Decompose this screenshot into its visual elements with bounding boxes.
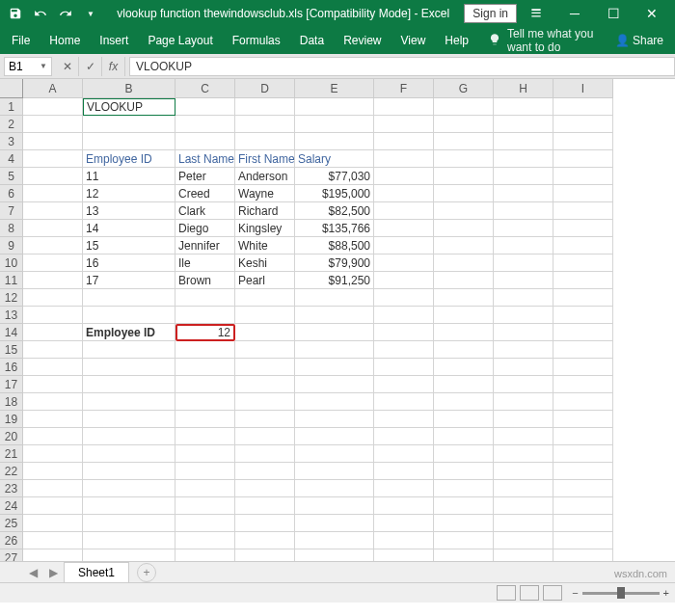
cell-I23[interactable] [554, 480, 613, 497]
cell-A2[interactable] [23, 116, 83, 133]
cell-I25[interactable] [554, 515, 613, 532]
cell-E23[interactable] [295, 480, 374, 497]
cell-H14[interactable] [494, 324, 554, 341]
cell-C13[interactable] [176, 307, 235, 324]
cell-D5[interactable]: Anderson [235, 168, 295, 185]
sheet-nav-next-icon[interactable]: ▶ [43, 566, 64, 579]
row-header-13[interactable]: 13 [0, 307, 23, 324]
cell-G16[interactable] [434, 359, 494, 376]
cell-E17[interactable] [295, 376, 374, 393]
cell-D22[interactable] [235, 463, 295, 480]
cell-E10[interactable]: $79,900 [295, 254, 374, 272]
cell-C16[interactable] [176, 359, 235, 376]
row-header-9[interactable]: 9 [0, 237, 23, 254]
cell-H8[interactable] [494, 220, 554, 237]
cell-B4[interactable]: Employee ID [83, 150, 176, 168]
cell-D6[interactable]: Wayne [235, 185, 295, 202]
cell-H6[interactable] [494, 185, 554, 202]
cell-E24[interactable] [295, 497, 374, 515]
cell-H19[interactable] [494, 411, 554, 428]
column-header-I[interactable]: I [554, 79, 613, 98]
cell-D15[interactable] [235, 341, 295, 359]
cell-E8[interactable]: $135,766 [295, 220, 374, 237]
cell-A13[interactable] [23, 307, 83, 324]
cell-E9[interactable]: $88,500 [295, 237, 374, 254]
cell-A18[interactable] [23, 393, 83, 411]
cell-B10[interactable]: 16 [83, 254, 176, 272]
cell-C1[interactable] [176, 98, 235, 116]
cell-G6[interactable] [434, 185, 494, 202]
cell-G25[interactable] [434, 515, 494, 532]
cell-B3[interactable] [83, 133, 176, 150]
cell-C14[interactable]: 12 [176, 324, 235, 341]
cell-E20[interactable] [295, 428, 374, 445]
cell-I6[interactable] [554, 185, 613, 202]
cell-A4[interactable] [23, 150, 83, 168]
row-header-4[interactable]: 4 [0, 150, 23, 168]
cell-I14[interactable] [554, 324, 613, 341]
cell-I13[interactable] [554, 307, 613, 324]
cell-B26[interactable] [83, 532, 176, 549]
cell-H13[interactable] [494, 307, 554, 324]
cell-C5[interactable]: Peter [176, 168, 235, 185]
chevron-down-icon[interactable]: ▼ [40, 62, 47, 70]
cell-D7[interactable]: Richard [235, 202, 295, 220]
sign-in-button[interactable]: Sign in [464, 4, 517, 23]
cell-G5[interactable] [434, 168, 494, 185]
cell-E6[interactable]: $195,000 [295, 185, 374, 202]
page-layout-view-icon[interactable] [520, 585, 539, 601]
cell-F25[interactable] [374, 515, 434, 532]
cell-E5[interactable]: $77,030 [295, 168, 374, 185]
cell-C6[interactable]: Creed [176, 185, 235, 202]
zoom-out-icon[interactable]: − [572, 587, 578, 599]
cell-B14[interactable]: Employee ID [83, 324, 176, 341]
cell-C7[interactable]: Clark [176, 202, 235, 220]
cell-F17[interactable] [374, 376, 434, 393]
cell-B18[interactable] [83, 393, 176, 411]
cell-H7[interactable] [494, 202, 554, 220]
cell-G12[interactable] [434, 289, 494, 307]
row-header-19[interactable]: 19 [0, 411, 23, 428]
zoom-thumb[interactable] [617, 587, 625, 599]
cell-F14[interactable] [374, 324, 434, 341]
name-box[interactable]: B1 ▼ [4, 57, 52, 76]
cell-F7[interactable] [374, 202, 434, 220]
cell-C2[interactable] [176, 116, 235, 133]
cell-H16[interactable] [494, 359, 554, 376]
sheet-nav-prev-icon[interactable]: ◀ [23, 566, 43, 579]
cell-D21[interactable] [235, 445, 295, 463]
cell-C12[interactable] [176, 289, 235, 307]
tab-page-layout[interactable]: Page Layout [148, 34, 212, 47]
cell-E21[interactable] [295, 445, 374, 463]
cell-H3[interactable] [494, 133, 554, 150]
cell-B11[interactable]: 17 [83, 272, 176, 289]
cell-G22[interactable] [434, 463, 494, 480]
cell-B19[interactable] [83, 411, 176, 428]
cell-I2[interactable] [554, 116, 613, 133]
cell-A15[interactable] [23, 341, 83, 359]
cell-A17[interactable] [23, 376, 83, 393]
column-header-H[interactable]: H [494, 79, 554, 98]
cell-B24[interactable] [83, 497, 176, 515]
cell-A21[interactable] [23, 445, 83, 463]
cell-F3[interactable] [374, 133, 434, 150]
cell-I26[interactable] [554, 532, 613, 549]
cell-B23[interactable] [83, 480, 176, 497]
tab-file[interactable]: File [12, 34, 30, 47]
cell-B20[interactable] [83, 428, 176, 445]
cell-E2[interactable] [295, 116, 374, 133]
row-header-14[interactable]: 14 [0, 324, 23, 341]
cell-G21[interactable] [434, 445, 494, 463]
cell-I22[interactable] [554, 463, 613, 480]
cell-H17[interactable] [494, 376, 554, 393]
cell-A1[interactable] [23, 98, 83, 116]
cell-H2[interactable] [494, 116, 554, 133]
cell-A22[interactable] [23, 463, 83, 480]
cell-A8[interactable] [23, 220, 83, 237]
cell-B1[interactable]: VLOOKUP [83, 98, 176, 116]
cell-C18[interactable] [176, 393, 235, 411]
cancel-formula-icon[interactable]: ✕ [56, 57, 79, 76]
cell-C23[interactable] [176, 480, 235, 497]
cell-D10[interactable]: Keshi [235, 254, 295, 272]
cell-B6[interactable]: 12 [83, 185, 176, 202]
